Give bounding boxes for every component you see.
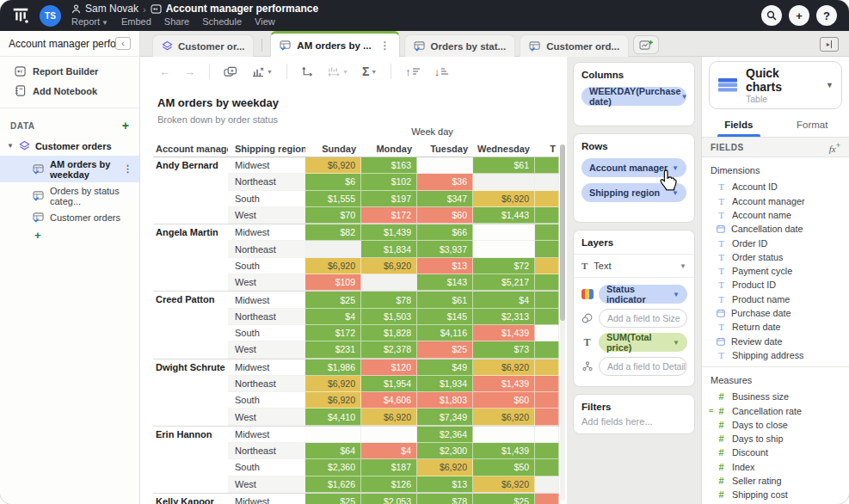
dimension-product-id[interactable]: TProduct ID bbox=[717, 278, 849, 292]
value-cell[interactable] bbox=[535, 258, 559, 274]
value-cell[interactable]: $66 bbox=[417, 224, 473, 241]
field-pill-weekday-purchase-date-[interactable]: WEEKDAY(Purchase date)▼ bbox=[581, 87, 686, 106]
transpose-icon[interactable] bbox=[301, 66, 313, 77]
dimension-account-id[interactable]: TAccount ID bbox=[717, 180, 849, 194]
value-cell[interactable]: $6,920 bbox=[305, 157, 361, 174]
column-header-monday[interactable]: Monday bbox=[361, 144, 417, 154]
value-cell[interactable]: $50 bbox=[473, 459, 535, 476]
dimension-review-date[interactable]: Review date bbox=[717, 335, 849, 348]
value-cell[interactable]: $6,920 bbox=[361, 258, 417, 274]
region-cell[interactable]: Midwest bbox=[228, 427, 305, 443]
value-cell[interactable] bbox=[305, 241, 361, 257]
dimension-order-status[interactable]: TOrder status bbox=[717, 250, 849, 264]
chart-remove-icon[interactable]: ▼ bbox=[251, 66, 273, 77]
measure-days-to-close[interactable]: #Days to close bbox=[717, 418, 849, 432]
value-cell[interactable]: $2,313 bbox=[473, 309, 535, 325]
menu-item-embed[interactable]: Embed bbox=[121, 16, 151, 28]
app-logo-icon[interactable] bbox=[10, 5, 31, 26]
column-header-account-manager[interactable]: Account manager bbox=[153, 144, 228, 154]
search-button[interactable] bbox=[761, 5, 782, 26]
value-cell[interactable]: $4,116 bbox=[417, 325, 473, 341]
value-cell[interactable]: $6,920 bbox=[417, 459, 473, 476]
region-cell[interactable]: Midwest bbox=[228, 494, 305, 504]
value-cell[interactable]: $197 bbox=[361, 191, 417, 207]
manager-cell[interactable]: Andy Bernard bbox=[153, 157, 228, 224]
value-cell[interactable] bbox=[473, 427, 535, 443]
manager-cell[interactable]: Kelly Kapoor bbox=[153, 494, 228, 504]
region-cell[interactable]: South bbox=[228, 392, 305, 409]
value-cell[interactable]: $6,920 bbox=[473, 191, 535, 207]
tab-orders-by-stat-[interactable]: Orders by stat... bbox=[404, 34, 516, 57]
value-cell[interactable] bbox=[535, 274, 559, 291]
value-cell[interactable]: $172 bbox=[305, 325, 361, 341]
region-cell[interactable]: West bbox=[228, 476, 305, 493]
value-cell[interactable]: $1,834 bbox=[361, 241, 417, 257]
value-cell[interactable]: $6,920 bbox=[473, 360, 535, 376]
value-cell[interactable]: $2,053 bbox=[361, 494, 417, 504]
duplicate-icon[interactable] bbox=[224, 66, 237, 77]
value-cell[interactable]: $1,439 bbox=[361, 224, 417, 241]
value-cell[interactable]: $2,378 bbox=[361, 341, 417, 358]
dimension-return-date[interactable]: TReturn date bbox=[717, 320, 849, 334]
value-cell[interactable]: $1,439 bbox=[473, 443, 535, 459]
value-cell[interactable]: $6,920 bbox=[305, 376, 361, 392]
region-cell[interactable]: West bbox=[228, 409, 305, 425]
value-cell[interactable]: $7,349 bbox=[417, 409, 473, 425]
value-cell[interactable]: $72 bbox=[473, 258, 535, 274]
column-header-tuesday[interactable]: Tuesday bbox=[417, 144, 473, 154]
value-cell[interactable]: $102 bbox=[361, 174, 417, 190]
add-visualization-button[interactable]: + bbox=[0, 225, 139, 245]
value-cell[interactable] bbox=[305, 427, 361, 443]
value-cell[interactable] bbox=[535, 224, 559, 241]
value-cell[interactable] bbox=[535, 376, 559, 392]
sidebar-item-customer-orders[interactable]: Customer orders bbox=[0, 209, 139, 225]
value-cell[interactable] bbox=[535, 341, 559, 358]
column-header-sunday[interactable]: Sunday bbox=[305, 144, 361, 154]
value-cell[interactable] bbox=[535, 494, 559, 504]
sidebar-item-add-notebook[interactable]: Add Notebook bbox=[0, 81, 139, 101]
dimension-shipping-address[interactable]: TShipping address bbox=[717, 348, 849, 362]
field-pill-shipping-region[interactable]: Shipping region▼ bbox=[581, 183, 686, 202]
value-cell[interactable]: $60 bbox=[417, 207, 473, 224]
region-cell[interactable]: Northeast bbox=[228, 174, 305, 190]
value-cell[interactable] bbox=[361, 427, 417, 443]
aggregate-sigma-icon[interactable]: Σ▼ bbox=[362, 65, 377, 78]
region-cell[interactable]: Midwest bbox=[228, 224, 305, 241]
measure-seller-rating[interactable]: #Seller rating bbox=[717, 474, 849, 488]
value-cell[interactable]: $78 bbox=[361, 292, 417, 308]
value-cell[interactable]: $1,626 bbox=[305, 476, 361, 493]
value-cell[interactable] bbox=[473, 174, 535, 190]
measure-index[interactable]: #Index bbox=[717, 460, 849, 474]
scrollbar-thumb[interactable] bbox=[560, 144, 565, 321]
value-cell[interactable]: $70 bbox=[305, 207, 361, 224]
value-cell[interactable] bbox=[535, 392, 559, 409]
value-cell[interactable]: $4 bbox=[361, 443, 417, 459]
value-cell[interactable]: $4,410 bbox=[305, 409, 361, 425]
tab-fields[interactable]: Fields bbox=[702, 113, 776, 137]
value-cell[interactable]: $4 bbox=[473, 292, 535, 308]
value-cell[interactable] bbox=[361, 274, 417, 291]
sidebar-item-orders-by-status-categ-[interactable]: Orders by status categ... bbox=[0, 182, 139, 209]
region-cell[interactable]: South bbox=[228, 325, 305, 341]
sidebar-item-customer-orders-root[interactable]: ▼ Customer orders bbox=[0, 136, 139, 156]
value-cell[interactable]: $4 bbox=[305, 309, 361, 325]
value-cell[interactable]: $60 bbox=[473, 392, 535, 409]
value-cell[interactable] bbox=[535, 292, 559, 308]
manager-cell[interactable]: Dwight Schrute bbox=[153, 360, 228, 426]
menu-item-report[interactable]: Report▼ bbox=[71, 16, 108, 28]
value-cell[interactable]: $231 bbox=[305, 341, 361, 358]
menu-item-view[interactable]: View bbox=[255, 16, 275, 28]
measure-business-size[interactable]: #Business size bbox=[717, 390, 849, 403]
dimension-product-name[interactable]: TProduct name bbox=[717, 292, 849, 306]
value-cell[interactable]: $143 bbox=[417, 274, 473, 291]
field-pill-status-indicator[interactable]: Status indicator▼ bbox=[599, 285, 687, 304]
value-cell[interactable]: $4,606 bbox=[361, 392, 417, 409]
region-cell[interactable]: West bbox=[228, 341, 305, 358]
sort-ascending-icon[interactable]: ↑ bbox=[405, 65, 421, 78]
dimension-cancellation-date[interactable]: Cancellation date bbox=[717, 222, 849, 236]
value-cell[interactable] bbox=[535, 360, 559, 376]
value-cell[interactable]: $172 bbox=[361, 207, 417, 224]
redo-icon[interactable]: → bbox=[184, 65, 195, 78]
menu-item-share[interactable]: Share bbox=[164, 16, 189, 28]
sidebar-item-am-orders-by-weekday[interactable]: AM orders by weekday⋮ bbox=[0, 156, 139, 182]
